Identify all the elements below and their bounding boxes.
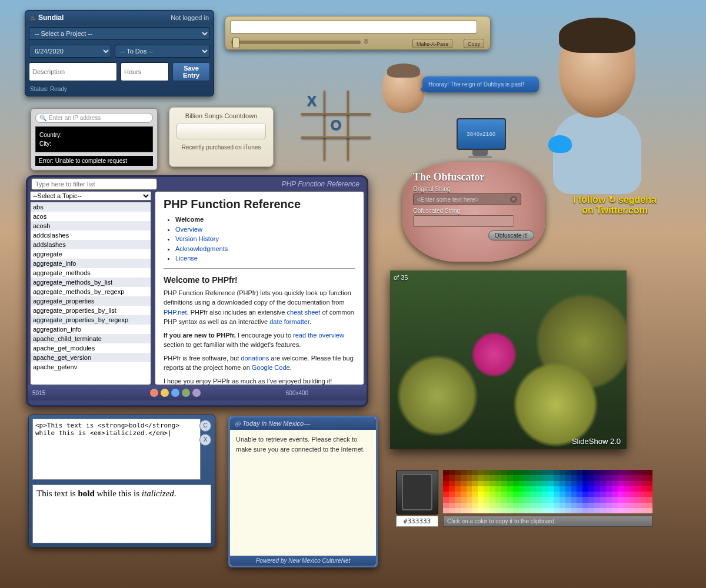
color-swatch[interactable] (536, 497, 542, 502)
color-swatch[interactable] (455, 481, 461, 486)
function-list-item[interactable]: aggregate_properties_by_list (31, 306, 151, 315)
color-swatch[interactable] (612, 470, 618, 475)
color-swatch[interactable] (582, 492, 588, 497)
color-swatch[interactable] (513, 508, 519, 513)
color-swatch[interactable] (600, 492, 606, 497)
color-swatch[interactable] (554, 470, 560, 475)
color-swatch[interactable] (507, 475, 513, 480)
color-swatch[interactable] (600, 470, 606, 475)
color-swatch[interactable] (582, 503, 588, 508)
color-swatch[interactable] (548, 503, 554, 508)
original-input[interactable]: <Enter some text here> × (413, 193, 521, 205)
color-swatch[interactable] (524, 475, 530, 480)
color-swatch[interactable] (484, 492, 489, 497)
color-swatch[interactable] (501, 481, 507, 486)
color-swatch[interactable] (472, 508, 478, 513)
function-list-item[interactable]: apache_get_modules (31, 343, 151, 353)
twitter-follow-text[interactable]: I follow ↻ segdeha on Twitter.com (565, 194, 665, 216)
color-swatch[interactable] (501, 492, 507, 497)
color-swatch[interactable] (635, 486, 641, 492)
length-slider-thumb[interactable] (232, 38, 239, 48)
color-swatch[interactable] (560, 481, 565, 486)
color-swatch[interactable] (554, 503, 560, 508)
color-swatch[interactable] (560, 475, 565, 480)
color-swatch[interactable] (467, 481, 472, 486)
color-swatch[interactable] (467, 508, 472, 513)
password-output[interactable] (230, 21, 477, 34)
color-swatch[interactable] (489, 470, 495, 475)
color-swatch[interactable] (635, 492, 641, 497)
color-swatch[interactable] (612, 497, 618, 502)
color-swatch[interactable] (461, 470, 467, 475)
filter-input[interactable] (31, 178, 157, 190)
color-swatch[interactable] (467, 486, 472, 492)
color-swatch[interactable] (548, 486, 554, 492)
color-swatch[interactable] (542, 470, 548, 475)
color-swatch[interactable] (618, 481, 624, 486)
color-swatch[interactable] (489, 497, 495, 502)
color-swatch[interactable] (484, 497, 489, 502)
color-swatch[interactable] (489, 492, 495, 497)
color-swatch[interactable] (484, 470, 489, 475)
color-swatch[interactable] (449, 497, 455, 502)
phpnet-link[interactable]: PHP.net (164, 309, 187, 316)
color-swatch[interactable] (548, 492, 554, 497)
color-swatch[interactable] (495, 475, 501, 480)
color-swatch[interactable] (519, 508, 525, 513)
color-swatch[interactable] (513, 503, 519, 508)
slideshow-widget[interactable]: of 35 SlideShow 2.0 (390, 270, 627, 449)
color-swatch[interactable] (600, 503, 606, 508)
project-select[interactable]: -- Select a Project -- (29, 27, 210, 40)
color-swatch[interactable] (542, 508, 548, 513)
color-swatch[interactable] (461, 497, 467, 502)
color-swatch[interactable] (560, 497, 565, 502)
color-swatch[interactable] (588, 470, 594, 475)
read-overview-link[interactable]: read the overview (293, 332, 344, 339)
color-swatch[interactable] (571, 492, 577, 497)
color-swatch[interactable] (571, 475, 577, 480)
color-swatch[interactable] (501, 486, 507, 492)
help-icon[interactable] (182, 389, 190, 397)
color-swatch[interactable] (507, 508, 513, 513)
color-swatch[interactable] (641, 492, 647, 497)
color-swatch[interactable] (507, 470, 513, 475)
color-swatch[interactable] (582, 486, 588, 492)
function-list-scroll[interactable]: absacosacoshaddcslashesaddslashesaggrega… (30, 202, 151, 385)
color-swatch[interactable] (478, 475, 484, 480)
color-swatch[interactable] (582, 508, 588, 513)
color-swatch[interactable] (606, 492, 612, 497)
color-swatch[interactable] (524, 492, 530, 497)
color-swatch[interactable] (594, 508, 600, 513)
color-swatch[interactable] (594, 497, 600, 502)
color-swatch[interactable] (571, 486, 577, 492)
color-swatch[interactable] (641, 503, 647, 508)
hours-input[interactable] (121, 62, 169, 81)
color-swatch[interactable] (571, 497, 577, 502)
color-swatch[interactable] (647, 508, 652, 513)
color-swatch[interactable] (594, 503, 600, 508)
color-swatch[interactable] (548, 475, 554, 480)
color-swatch[interactable] (600, 508, 606, 513)
color-swatch[interactable] (577, 497, 582, 502)
color-swatch[interactable] (530, 486, 536, 492)
color-swatch[interactable] (472, 497, 478, 502)
function-list-item[interactable]: apache_get_version (31, 353, 151, 362)
color-swatch[interactable] (542, 475, 548, 480)
color-swatch[interactable] (530, 481, 536, 486)
color-grid[interactable] (443, 470, 652, 513)
color-swatch[interactable] (519, 497, 525, 502)
color-swatch[interactable] (594, 470, 600, 475)
color-swatch[interactable] (588, 503, 594, 508)
clear-icon[interactable]: × (510, 196, 517, 203)
color-swatch[interactable] (629, 486, 635, 492)
color-swatch[interactable] (513, 481, 519, 486)
ip-search-input[interactable]: 🔍 Enter an IP address (35, 113, 153, 123)
color-swatch[interactable] (577, 470, 582, 475)
todo-select[interactable]: -- To Dos -- (115, 45, 210, 58)
color-swatch[interactable] (536, 503, 542, 508)
heart-icon[interactable] (150, 389, 158, 397)
color-swatch[interactable] (618, 475, 624, 480)
color-swatch[interactable] (554, 508, 560, 513)
info-icon[interactable] (171, 389, 179, 397)
color-swatch[interactable] (582, 481, 588, 486)
